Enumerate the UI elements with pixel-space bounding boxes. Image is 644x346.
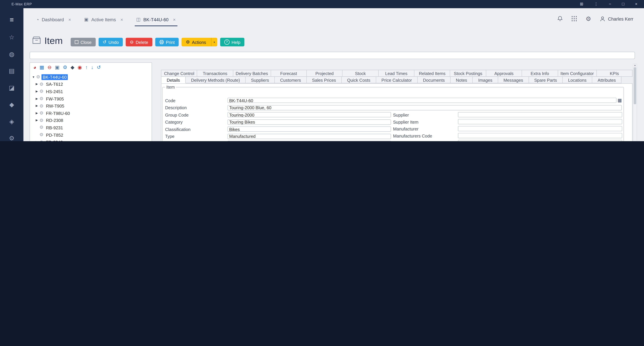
expander-icon[interactable]: ▶: [34, 82, 39, 86]
tab-approvals[interactable]: Approvals: [486, 70, 522, 77]
quick-filter-input[interactable]: [30, 52, 635, 59]
rewards-icon[interactable]: ◆: [10, 101, 14, 107]
description-input[interactable]: [228, 105, 622, 110]
notifications-bell-icon[interactable]: [557, 15, 563, 22]
actions-button[interactable]: ⚙ Actions ▾: [182, 38, 217, 46]
tab-notes[interactable]: Notes: [450, 76, 473, 83]
doc-tab-active-items[interactable]: ▣ Active Items ×: [82, 17, 125, 26]
delete-button[interactable]: ⊖ Delete: [126, 38, 152, 46]
tab-stock[interactable]: Stock: [342, 70, 378, 77]
print-button[interactable]: Print: [155, 38, 179, 46]
move-up-icon[interactable]: ↑: [85, 65, 88, 70]
package-icon[interactable]: ◈: [10, 118, 14, 124]
analytics-icon[interactable]: ◪: [9, 85, 14, 91]
supplier-input[interactable]: [458, 112, 622, 117]
remove-item-icon[interactable]: ⊖: [48, 65, 52, 70]
tree-item[interactable]: ▶⚙HS-2451: [34, 88, 150, 95]
category-input[interactable]: [228, 119, 391, 125]
tree-item[interactable]: ▶⚙FW-T905: [34, 95, 150, 102]
expander-icon[interactable]: ▶: [34, 111, 39, 115]
main-vertical-scrollbar[interactable]: ▲ ▼: [633, 64, 637, 141]
scrollbar-thumb[interactable]: [634, 67, 636, 104]
tab-customers[interactable]: Customers: [275, 76, 307, 83]
copy-icon[interactable]: ▣: [55, 65, 60, 70]
tab-details[interactable]: Details: [161, 76, 186, 83]
chart-icon[interactable]: ◕: [33, 65, 36, 70]
kebab-menu-icon[interactable]: ⋮: [594, 2, 598, 6]
doc-tab-item[interactable]: ◫ BK-T44U-60 ×: [134, 17, 177, 26]
tab-delivery-batches[interactable]: Delivery Batches: [233, 70, 271, 77]
tab-stock-postings[interactable]: Stock Postings: [450, 70, 486, 77]
doc-tab-dashboard[interactable]: ◔ Dashboard ×: [34, 17, 73, 26]
tab-quick-costs[interactable]: Quick Costs: [342, 76, 376, 83]
close-button[interactable]: Close: [70, 38, 96, 46]
manufacturers-code-input[interactable]: [458, 133, 622, 138]
favorites-icon[interactable]: ☆: [9, 34, 14, 40]
user-menu[interactable]: Charles Kerr: [600, 16, 633, 21]
tab-forecast[interactable]: Forecast: [271, 70, 307, 77]
tree-item[interactable]: ▶⚙RW-T905: [34, 102, 150, 109]
lightbulb-icon[interactable]: ◍: [9, 51, 14, 57]
actions-dropdown-caret[interactable]: ▾: [211, 38, 217, 46]
tab-related-items[interactable]: Related Items: [414, 70, 450, 77]
supplier-item-input[interactable]: [458, 119, 622, 124]
settings-icon[interactable]: ⚙: [63, 65, 67, 70]
tree-item[interactable]: ▼⚙BK-T44U-60: [31, 73, 150, 81]
tree-item[interactable]: ▶⚙FD-2342: [34, 138, 150, 141]
close-tab-icon[interactable]: ×: [173, 17, 176, 22]
revision-input[interactable]: [228, 141, 391, 141]
close-window-icon[interactable]: ×: [635, 2, 638, 6]
maximize-icon[interactable]: □: [622, 2, 624, 6]
tab-kpis[interactable]: KPIs: [596, 70, 632, 77]
apps-grid-icon[interactable]: [572, 16, 577, 21]
type-input[interactable]: [228, 134, 391, 139]
tab-extra-info[interactable]: Extra Info: [522, 70, 558, 77]
tab-attributes[interactable]: Attributes: [592, 76, 622, 83]
move-down-icon[interactable]: ↓: [91, 65, 94, 70]
library-icon[interactable]: ▤: [9, 68, 14, 74]
expander-icon[interactable]: ▼: [31, 76, 36, 78]
tab-documents[interactable]: Documents: [418, 76, 450, 83]
tree-item[interactable]: ⚙PD-T852: [34, 131, 150, 138]
close-tab-icon[interactable]: ×: [120, 17, 123, 22]
table-icon[interactable]: ▦: [40, 65, 44, 70]
settings-icon[interactable]: ⚙: [586, 15, 591, 22]
tab-lead-times[interactable]: Lead Times: [378, 70, 414, 77]
scroll-up-icon[interactable]: ▲: [634, 64, 636, 66]
undo-tree-icon[interactable]: ↺: [97, 65, 101, 70]
code-input[interactable]: [228, 98, 616, 103]
expander-icon[interactable]: ▶: [34, 90, 39, 93]
expander-icon[interactable]: ▶: [34, 104, 39, 108]
tab-item-configurator[interactable]: Item Configurator: [558, 70, 597, 77]
stock-location-input[interactable]: [458, 140, 622, 141]
tab-images[interactable]: Images: [473, 76, 498, 83]
tab-projected[interactable]: Projected: [307, 70, 342, 77]
tree-item[interactable]: ▶⚙SA-T612: [34, 81, 150, 88]
expander-icon[interactable]: ▶: [34, 97, 39, 100]
classification-input[interactable]: [228, 127, 391, 132]
tab-price-calculator[interactable]: Price Calculator: [376, 76, 418, 83]
expander-icon[interactable]: ▶: [34, 119, 39, 122]
undo-button[interactable]: ↺ Undo: [98, 38, 123, 46]
tab-locations[interactable]: Locations: [563, 76, 592, 83]
help-button[interactable]: ? Help: [220, 38, 244, 46]
record-icon[interactable]: ◉: [78, 65, 82, 70]
tab-transactions[interactable]: Transactions: [197, 70, 233, 77]
settings-gear-icon[interactable]: ⚙: [9, 135, 14, 141]
tree-item[interactable]: ⚙RB-9231: [34, 124, 150, 131]
tab-change-control[interactable]: Change Control: [161, 70, 198, 77]
close-tab-icon[interactable]: ×: [68, 17, 71, 22]
tree-item[interactable]: ▶⚙RD-2308: [34, 117, 150, 124]
extensions-icon[interactable]: ⊞: [580, 2, 584, 6]
tree-item[interactable]: ▶⚙FR-T98U-60: [34, 109, 150, 117]
tab-suppliers[interactable]: Suppliers: [246, 76, 275, 83]
manufacturer-input[interactable]: [458, 126, 622, 131]
tab-spare-parts[interactable]: Spare Parts: [529, 76, 563, 83]
expander-icon[interactable]: ▶: [34, 140, 39, 141]
group-code-input[interactable]: [228, 112, 391, 118]
code-grid-icon[interactable]: ▦: [618, 98, 622, 103]
tab-delivery-methods[interactable]: Delivery Methods (Route): [186, 76, 246, 83]
tab-sales-prices[interactable]: Sales Prices: [307, 76, 342, 83]
menu-icon[interactable]: ≡: [10, 16, 14, 23]
cube-icon[interactable]: ◆: [70, 65, 74, 70]
